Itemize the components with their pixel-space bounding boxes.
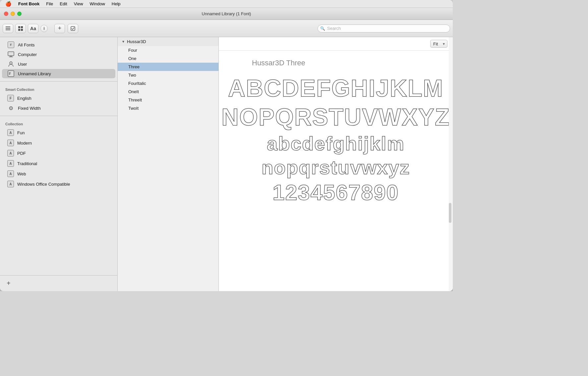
- scrollbar-thumb[interactable]: [449, 203, 451, 223]
- preview-text-uppercase2: NOPQRSTUVWXYZ: [221, 104, 450, 130]
- sidebar-add-button[interactable]: +: [5, 278, 12, 288]
- sidebar-item-fixed-width[interactable]: ⚙ Fixed Width: [2, 103, 115, 113]
- font-preview-button[interactable]: Aa: [28, 24, 38, 33]
- sidebar-label-fun: Fun: [17, 130, 25, 135]
- sidebar-label-computer: Computer: [18, 52, 37, 57]
- sidebar-item-computer[interactable]: Computer: [2, 50, 115, 59]
- preview-toolbar: Fit 9 12 18 24 36 48 64 72 96 144 ▼: [219, 37, 453, 51]
- svg-rect-3: [18, 26, 20, 28]
- sidebar-item-windows-office[interactable]: A Windows Office Compatible: [2, 179, 115, 189]
- toolbar-right: 🔍: [81, 25, 450, 32]
- sidebar-libraries-section: F All Fonts Computer: [0, 37, 117, 80]
- collections-label: Collection: [0, 120, 117, 127]
- font-item-four[interactable]: Four: [118, 46, 218, 54]
- sidebar-label-user: User: [18, 62, 27, 67]
- toolbar-left: Aa i: [3, 24, 48, 33]
- minimize-button[interactable]: [11, 12, 15, 16]
- sidebar-label-traditional: Traditional: [17, 161, 37, 166]
- info-button[interactable]: i: [40, 25, 48, 32]
- preview-row-uppercase2: NOPQRSTUVWXYZ: [232, 104, 440, 130]
- svg-rect-0: [6, 27, 10, 27]
- svg-rect-4: [21, 26, 23, 28]
- preview-row-lowercase1: abcdefghijklm: [232, 133, 440, 154]
- sidebar-item-english[interactable]: F English: [2, 93, 115, 103]
- size-select-wrapper: Fit 9 12 18 24 36 48 64 72 96 144 ▼: [430, 40, 447, 48]
- search-input[interactable]: [318, 25, 450, 32]
- svg-rect-10: [9, 57, 13, 57]
- sidebar-item-unnamed-library[interactable]: F Unnamed Library: [2, 69, 115, 78]
- scrollbar-track[interactable]: [449, 37, 453, 291]
- font-item-fouritalic[interactable]: FourItalic: [118, 79, 218, 88]
- sidebar-label-all-fonts: All Fonts: [18, 42, 35, 47]
- sidebar: F All Fonts Computer: [0, 37, 118, 291]
- sidebar-label-fixed-width: Fixed Width: [18, 106, 41, 111]
- sidebar-item-web[interactable]: A Web: [2, 169, 115, 179]
- fun-icon: A: [7, 129, 14, 136]
- english-icon: F: [7, 95, 14, 101]
- preview-row-numbers: 1234567890: [232, 181, 440, 205]
- svg-point-11: [10, 62, 12, 64]
- toolbar: Aa i + 🔍: [0, 20, 453, 37]
- sidebar-item-all-fonts[interactable]: F All Fonts: [2, 40, 115, 49]
- traditional-icon: A: [7, 160, 14, 167]
- grid-view-button[interactable]: [15, 24, 26, 33]
- font-item-oneit[interactable]: OneIt: [118, 88, 218, 96]
- apple-menu[interactable]: 🍎: [5, 1, 12, 7]
- preview-content: Hussar3D Three ABCDEFGHIJKLM NOPQRSTUVWX…: [219, 51, 453, 291]
- svg-rect-7: [71, 27, 75, 31]
- content-area: F All Fonts Computer: [0, 37, 453, 291]
- close-button[interactable]: [4, 12, 8, 16]
- menu-edit[interactable]: Edit: [60, 1, 67, 6]
- checkmark-icon: [71, 26, 75, 31]
- preview-text-uppercase1: ABCDEFGHIJKLM: [228, 75, 443, 101]
- font-item-twoit[interactable]: TwoIt: [118, 104, 218, 112]
- sidebar-item-pdf[interactable]: A PDF: [2, 148, 115, 158]
- sidebar-label-web: Web: [17, 171, 26, 176]
- menu-help[interactable]: Help: [112, 1, 121, 6]
- sidebar-item-fun[interactable]: A Fun: [2, 128, 115, 138]
- preview-font-name: Hussar3D Three: [232, 59, 305, 67]
- windows-office-icon: A: [7, 181, 14, 187]
- font-item-three[interactable]: Three: [118, 63, 218, 71]
- sidebar-icon: [6, 27, 10, 30]
- sidebar-item-traditional[interactable]: A Traditional: [2, 158, 115, 168]
- font-item-two[interactable]: Two: [118, 71, 218, 79]
- font-item-threeit[interactable]: ThreeIt: [118, 96, 218, 104]
- menu-view[interactable]: View: [74, 1, 83, 6]
- menu-window[interactable]: Window: [90, 1, 105, 6]
- sidebar-toggle-button[interactable]: [3, 24, 13, 33]
- add-font-button[interactable]: +: [54, 24, 65, 33]
- validate-button[interactable]: [68, 24, 78, 33]
- font-item-one[interactable]: One: [118, 54, 218, 63]
- sidebar-item-modern[interactable]: A Modern: [2, 138, 115, 148]
- web-icon: A: [7, 170, 14, 177]
- svg-rect-1: [6, 28, 10, 29]
- svg-text:F: F: [9, 72, 11, 76]
- preview-text-numbers: 1234567890: [272, 181, 399, 205]
- sidebar-collections-section: Collection A Fun A Modern A PDF A Tradit…: [0, 117, 117, 191]
- svg-rect-9: [10, 56, 12, 57]
- maximize-button[interactable]: [17, 12, 22, 16]
- menu-file[interactable]: File: [46, 1, 53, 6]
- mac-menubar: 🍎 Font Book File Edit View Window Help: [0, 0, 453, 8]
- grid-icon: [18, 26, 23, 31]
- sidebar-label-pdf: PDF: [17, 151, 26, 156]
- size-select[interactable]: Fit 9 12 18 24 36 48 64 72 96 144: [430, 40, 447, 48]
- preview-row-uppercase1: ABCDEFGHIJKLM: [232, 75, 440, 101]
- sidebar-label-english: English: [17, 96, 31, 101]
- font-list-panel: ▼ Hussar3D Four One Three Two FourItalic…: [118, 37, 219, 291]
- group-expand-arrow: ▼: [122, 40, 125, 43]
- sidebar-bottom: +: [0, 275, 117, 291]
- search-icon: 🔍: [320, 26, 325, 31]
- font-group-label: Hussar3D: [127, 39, 146, 44]
- library-icon: F: [7, 71, 15, 77]
- sidebar-item-user[interactable]: User: [2, 59, 115, 69]
- sidebar-label-unnamed-library: Unnamed Library: [18, 71, 51, 76]
- sidebar-label-windows-office: Windows Office Compatible: [17, 182, 70, 187]
- svg-rect-8: [8, 52, 14, 56]
- font-group-hussar3d[interactable]: ▼ Hussar3D: [118, 37, 218, 46]
- window-controls: [4, 12, 22, 16]
- menu-fontbook[interactable]: Font Book: [18, 1, 39, 6]
- title-bar: Unnamed Library (1 Font): [0, 8, 453, 20]
- sidebar-label-modern: Modern: [17, 141, 32, 146]
